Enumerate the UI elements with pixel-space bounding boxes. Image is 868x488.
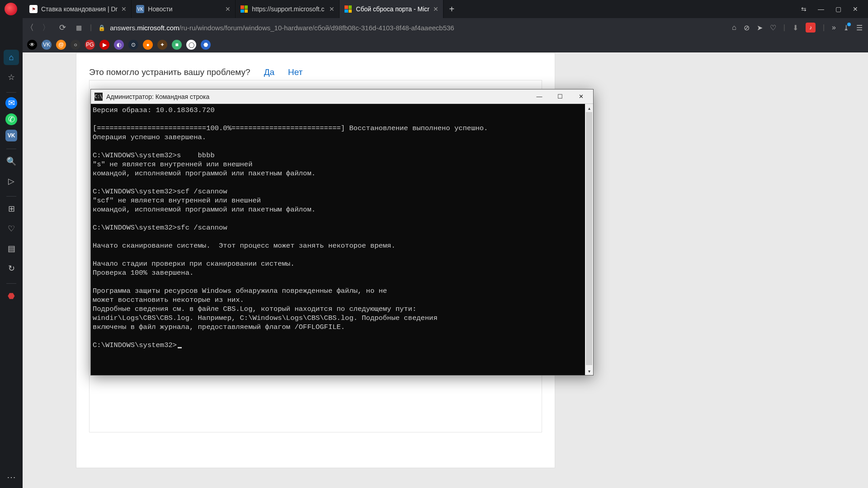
bookmark-icon[interactable]: ◐ xyxy=(114,40,124,50)
bookmark-icon[interactable]: ○ xyxy=(71,40,80,50)
bookmark-icon[interactable]: 👁 xyxy=(27,40,37,50)
cmd-titlebar[interactable]: C:\ Администратор: Командная строка — ☐ … xyxy=(91,89,593,104)
tab-favicon: VK xyxy=(136,5,144,13)
shield-icon[interactable]: ⬣ xyxy=(4,288,19,304)
window-controls: ⇆ — ▢ ✕ xyxy=(791,0,868,18)
history-icon[interactable]: ↻ xyxy=(4,261,19,276)
send-icon[interactable]: ➤ xyxy=(757,23,763,32)
scroll-up-icon[interactable]: ▴ xyxy=(585,104,593,112)
left-sidebar: ⌂ ☆ ✉ ✆ VK 🔍 ▷ ⊞ ♡ ▤ ↻ ⬣ ⋯ xyxy=(0,18,23,488)
bookmark-icon[interactable]: ◯ xyxy=(186,40,196,50)
new-tab-button[interactable]: + xyxy=(443,0,460,18)
cmd-minimize-button[interactable]: — xyxy=(529,90,550,103)
vk-icon[interactable]: VK xyxy=(5,130,17,141)
tab-close-icon[interactable]: ✕ xyxy=(121,5,127,13)
maximize-button[interactable]: ▢ xyxy=(834,5,843,13)
heart-icon[interactable]: ♡ xyxy=(770,23,776,32)
messenger-icon[interactable]: ✉ xyxy=(5,97,17,109)
cmd-output[interactable]: Версия образа: 10.0.18363.720 [=========… xyxy=(91,104,585,375)
reload-button[interactable]: ⟳ xyxy=(57,23,67,33)
bookmark-icon[interactable]: ⊙ xyxy=(128,40,138,50)
microsoft-favicon xyxy=(240,5,248,13)
opera-logo[interactable] xyxy=(5,3,17,15)
back-button[interactable]: 〈 xyxy=(25,22,35,33)
home-icon[interactable]: ⌂ xyxy=(4,50,19,65)
close-window-button[interactable]: ✕ xyxy=(851,5,860,13)
feedback-no[interactable]: Нет xyxy=(288,67,302,77)
microsoft-favicon xyxy=(344,5,352,13)
browser-tab[interactable]: Сбой сброса порта - Micr✕ xyxy=(340,0,443,18)
tab-title: Ставка командования | Dr xyxy=(41,5,118,13)
download-complete-icon[interactable]: ⬇ xyxy=(793,23,798,32)
tab-title: Новости xyxy=(148,5,222,13)
bookmark-bar: 👁VK@○PG▶◐⊙●✦■◯⬣ xyxy=(0,37,868,52)
flow-icon[interactable]: ▷ xyxy=(4,174,19,189)
downloads-icon[interactable]: ⤓ xyxy=(843,23,849,32)
cmd-close-button[interactable]: ✕ xyxy=(571,90,591,103)
browser-tab[interactable]: VKНовости✕ xyxy=(132,0,236,18)
easy-setup-icon[interactable]: ☰ xyxy=(856,23,863,32)
tab-close-icon[interactable]: ✕ xyxy=(433,5,439,13)
browser-tab[interactable]: https://support.microsoft.c✕ xyxy=(236,0,340,18)
bookmark-icon[interactable]: @ xyxy=(56,40,66,50)
feedback-yes[interactable]: Да xyxy=(264,67,274,77)
cmd-title: Администратор: Командная строка xyxy=(106,93,209,100)
star-icon[interactable]: ☆ xyxy=(4,70,19,85)
tab-strip: ⚑Ставка командования | Dr✕VKНовости✕http… xyxy=(0,0,868,18)
bookmark-icon[interactable]: ⬣ xyxy=(201,40,211,50)
bookmark-icon[interactable]: ✦ xyxy=(157,40,167,50)
tab-title: https://support.microsoft.c xyxy=(252,5,326,13)
bookmark-icon[interactable]: PG xyxy=(85,40,95,50)
music-player-icon[interactable]: ♪ xyxy=(806,23,816,33)
search-icon[interactable]: 🔍 xyxy=(4,154,19,169)
bookmark-icon[interactable]: ■ xyxy=(172,40,182,50)
feedback-question: Это помогло устранить вашу проблему? xyxy=(89,67,250,77)
address-bar: 〈 〉 ⟳ ▦ | 🔒 answers.microsoft.com/ru-ru/… xyxy=(0,18,868,37)
toolbar-right: ⌂ ⊘ ➤ ♡ | ⬇ ♪ | » ⤓ ☰ xyxy=(732,23,863,33)
browser-tab[interactable]: ⚑Ставка командования | Dr✕ xyxy=(25,0,132,18)
lock-icon: 🔒 xyxy=(98,24,105,31)
url-path: /ru-ru/windows/forum/windows_10-hardware… xyxy=(179,24,454,32)
whatsapp-icon[interactable]: ✆ xyxy=(5,113,17,125)
cmd-maximize-button[interactable]: ☐ xyxy=(550,90,571,103)
extensions-overflow-icon[interactable]: » xyxy=(832,23,836,32)
apps-icon[interactable]: ⊞ xyxy=(4,201,19,216)
url-prefix: answers. xyxy=(110,24,137,32)
forward-button[interactable]: 〉 xyxy=(41,22,51,33)
tab-title: Сбой сброса порта - Micr xyxy=(356,5,429,13)
minimize-button[interactable]: — xyxy=(816,5,826,13)
scroll-down-icon[interactable]: ▾ xyxy=(585,367,593,375)
bookmark-icon[interactable]: VK xyxy=(42,40,52,50)
tab-favicon: ⚑ xyxy=(29,5,38,13)
sidebar-settings-icon[interactable]: ⋯ xyxy=(0,472,23,483)
url-field[interactable]: 🔒 answers.microsoft.com/ru-ru/windows/fo… xyxy=(98,24,726,32)
bookmark-icon[interactable]: ● xyxy=(143,40,153,50)
cmd-cursor xyxy=(178,347,182,348)
tab-close-icon[interactable]: ✕ xyxy=(225,5,231,13)
snapshot-icon[interactable]: ⌂ xyxy=(732,23,736,32)
scroll-thumb[interactable] xyxy=(586,112,592,365)
url-domain: microsoft.com xyxy=(137,24,179,32)
feedback-row: Это помогло устранить вашу проблему? Да … xyxy=(76,53,555,80)
workspace-icon[interactable]: ⇆ xyxy=(799,5,808,13)
adblock-icon[interactable]: ⊘ xyxy=(744,23,750,32)
personal-news-icon[interactable]: ▤ xyxy=(4,241,19,256)
cmd-icon: C:\ xyxy=(94,93,103,101)
bookmark-icon[interactable]: ▶ xyxy=(99,40,109,50)
tab-close-icon[interactable]: ✕ xyxy=(329,5,335,13)
cmd-scrollbar[interactable]: ▴ ▾ xyxy=(585,104,593,375)
pinboards-icon[interactable]: ♡ xyxy=(4,221,19,236)
cmd-window[interactable]: C:\ Администратор: Командная строка — ☐ … xyxy=(90,89,594,375)
speed-dial-button[interactable]: ▦ xyxy=(74,24,84,31)
